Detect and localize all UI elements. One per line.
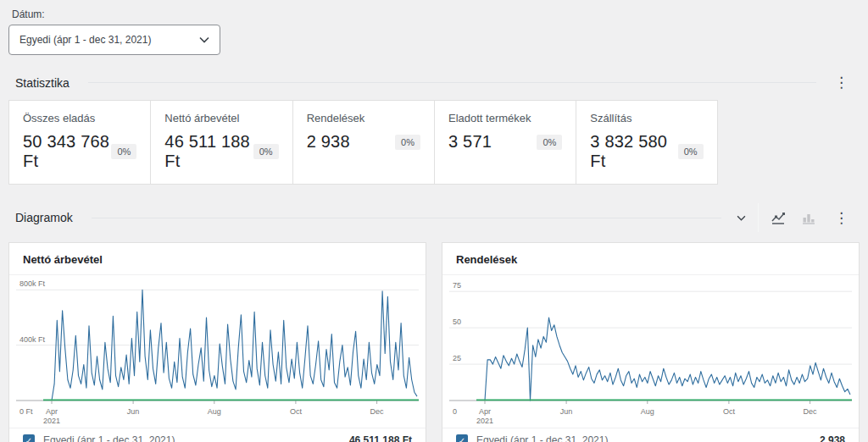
date-filter: Dátum: Egyedi (ápr 1 - dec 31, 2021) bbox=[8, 8, 860, 55]
svg-text:0 Ft: 0 Ft bbox=[19, 407, 33, 416]
charts-menu-kebab-icon[interactable]: ⋮ bbox=[828, 209, 854, 227]
svg-text:0: 0 bbox=[453, 407, 457, 416]
stat-value: 2 938 bbox=[307, 132, 350, 152]
svg-text:50: 50 bbox=[453, 318, 461, 326]
svg-text:Apr: Apr bbox=[46, 407, 58, 416]
svg-text:75: 75 bbox=[453, 281, 461, 290]
svg-text:Aug: Aug bbox=[208, 407, 221, 416]
divider bbox=[92, 218, 721, 218]
legend-label: Egyedi (ápr 1 - dec 31, 2021) bbox=[43, 434, 349, 442]
stat-change-badge: 0% bbox=[395, 135, 420, 150]
stat-label: Szállítás bbox=[590, 112, 703, 124]
svg-text:Dec: Dec bbox=[804, 407, 818, 416]
stat-value: 46 511 188 Ft bbox=[164, 132, 253, 171]
date-range-select[interactable]: Egyedi (ápr 1 - dec 31, 2021) bbox=[8, 25, 220, 55]
stat-label: Nettó árbevétel bbox=[164, 112, 278, 124]
orders-legend: ✓ Egyedi (ápr 1 - dec 31, 2021) 2 938 ✓ … bbox=[442, 428, 859, 442]
svg-text:Jun: Jun bbox=[127, 407, 140, 416]
stat-change-badge: 0% bbox=[111, 144, 136, 159]
svg-text:25: 25 bbox=[453, 354, 461, 362]
stat-label: Rendelések bbox=[307, 112, 420, 124]
stats-cards-row: Összes eladás 50 343 768 Ft 0% Nettó árb… bbox=[8, 100, 860, 185]
stats-empty-cell bbox=[718, 100, 860, 185]
stats-menu-kebab-icon[interactable]: ⋮ bbox=[828, 74, 854, 91]
svg-text:Aug: Aug bbox=[641, 407, 654, 416]
svg-text:2021: 2021 bbox=[43, 417, 60, 425]
legend-row-current[interactable]: ✓ Egyedi (ápr 1 - dec 31, 2021) 2 938 bbox=[442, 428, 859, 442]
svg-text:Jun: Jun bbox=[560, 407, 573, 416]
charts-toolbar: ⋮ bbox=[733, 203, 854, 232]
chevron-down-icon bbox=[199, 36, 209, 43]
stat-card-orders[interactable]: Rendelések 2 938 0% bbox=[292, 100, 434, 185]
legend-value: 2 938 bbox=[820, 434, 845, 442]
stat-card-shipping[interactable]: Szállítás 3 832 580 Ft 0% bbox=[576, 100, 717, 185]
legend-value: 46 511 188 Ft bbox=[349, 434, 412, 442]
bar-chart-type-icon[interactable] bbox=[798, 208, 820, 227]
stat-value: 3 832 580 Ft bbox=[590, 132, 677, 171]
legend-row-current[interactable]: ✓ Egyedi (ápr 1 - dec 31, 2021) 46 511 1… bbox=[9, 428, 426, 442]
svg-text:Dec: Dec bbox=[370, 407, 385, 416]
line-chart-type-icon[interactable] bbox=[767, 208, 789, 227]
chevron-down-icon bbox=[737, 215, 746, 221]
net-revenue-chart: Apr2021JunAugOctDec800k Ft400k Ft0 Ft bbox=[9, 275, 426, 428]
svg-text:800k Ft: 800k Ft bbox=[19, 279, 46, 288]
orders-line-chart: Apr2021JunAugOctDec7550250 bbox=[446, 277, 855, 428]
orders-panel: Rendelések Apr2021JunAugOctDec7550250 ✓ … bbox=[442, 242, 860, 442]
stat-value: 3 571 bbox=[448, 132, 492, 152]
charts-section-title: Diagramok bbox=[15, 211, 73, 224]
date-filter-label: Dátum: bbox=[12, 8, 860, 20]
svg-text:Apr: Apr bbox=[479, 407, 491, 416]
svg-text:2021: 2021 bbox=[476, 417, 493, 425]
stat-label: Összes eladás bbox=[23, 112, 136, 124]
svg-text:400k Ft: 400k Ft bbox=[19, 335, 46, 344]
stat-card-total-sales[interactable]: Összes eladás 50 343 768 Ft 0% bbox=[8, 100, 150, 185]
stats-section-header: Statisztika ⋮ bbox=[15, 74, 854, 91]
date-range-value: Egyedi (ápr 1 - dec 31, 2021) bbox=[19, 34, 151, 46]
stat-card-net-revenue[interactable]: Nettó árbevétel 46 511 188 Ft 0% bbox=[150, 100, 292, 185]
divider bbox=[88, 82, 816, 83]
orders-chart-title: Rendelések bbox=[442, 243, 859, 275]
svg-text:Oct: Oct bbox=[290, 407, 303, 416]
charts-section-header: Diagramok ⋮ bbox=[15, 203, 854, 232]
stat-change-badge: 0% bbox=[253, 144, 279, 159]
toolbar-divider bbox=[758, 203, 759, 232]
checkbox-checked-icon[interactable]: ✓ bbox=[456, 434, 468, 442]
checkbox-checked-icon[interactable]: ✓ bbox=[23, 434, 35, 442]
net-revenue-legend: ✓ Egyedi (ápr 1 - dec 31, 2021) 46 511 1… bbox=[9, 428, 426, 442]
stat-value: 50 343 768 Ft bbox=[23, 132, 111, 171]
orders-chart: Apr2021JunAugOctDec7550250 bbox=[442, 275, 859, 428]
legend-label: Egyedi (ápr 1 - dec 31, 2021) bbox=[476, 434, 820, 442]
chart-panels: Nettó árbevétel Apr2021JunAugOctDec800k … bbox=[8, 242, 860, 442]
stat-label: Eladott termékek bbox=[448, 112, 562, 124]
stat-change-badge: 0% bbox=[537, 135, 562, 150]
net-revenue-panel: Nettó árbevétel Apr2021JunAugOctDec800k … bbox=[8, 242, 426, 442]
net-revenue-chart-title: Nettó árbevétel bbox=[9, 243, 426, 275]
stat-card-items-sold[interactable]: Eladott termékek 3 571 0% bbox=[434, 100, 576, 185]
stat-change-badge: 0% bbox=[678, 144, 704, 159]
interval-select[interactable] bbox=[733, 213, 749, 223]
svg-text:Oct: Oct bbox=[723, 407, 736, 416]
stats-section-title: Statisztika bbox=[15, 76, 70, 90]
net-revenue-line-chart: Apr2021JunAugOctDec800k Ft400k Ft0 Ft bbox=[13, 277, 422, 428]
